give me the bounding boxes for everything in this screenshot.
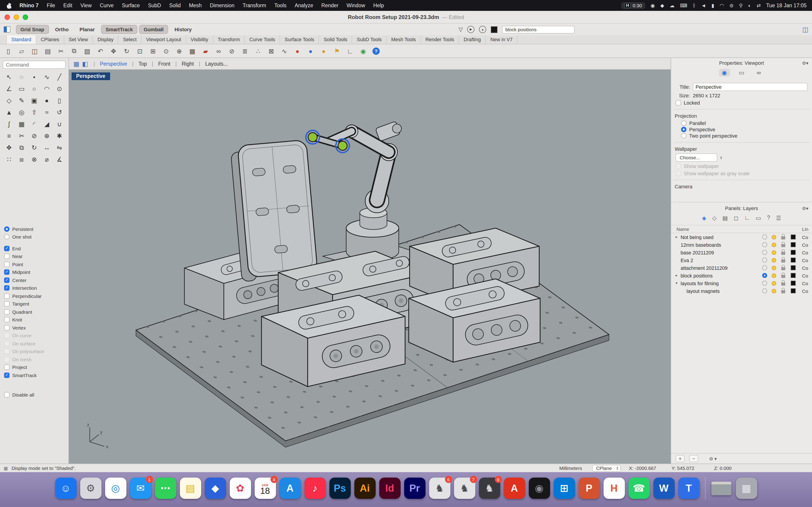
split-tool[interactable]: ⊘ xyxy=(28,131,41,140)
osnap-project[interactable]: Project xyxy=(4,363,68,371)
visibility-bulb-icon[interactable] xyxy=(772,289,776,293)
osnap-mode-one-shot[interactable]: One shot xyxy=(4,233,68,241)
ellipse-tool[interactable]: ⊙ xyxy=(53,84,66,93)
block-search-input[interactable] xyxy=(502,25,574,33)
settings-panel-icon[interactable]: ☰ xyxy=(776,215,781,221)
close-button[interactable] xyxy=(5,14,10,20)
visibility-bulb-icon[interactable] xyxy=(772,235,776,239)
layer-linetype[interactable]: Co xyxy=(802,242,812,247)
layer-linetype[interactable]: Co xyxy=(802,273,812,278)
render-gold-sphere-icon[interactable]: ● xyxy=(318,46,329,56)
layer-color-swatch[interactable] xyxy=(791,288,796,293)
viewport-title-overlay[interactable]: Perspective xyxy=(71,72,110,80)
dock-trash[interactable]: ▦ xyxy=(735,477,757,499)
expander-icon[interactable]: ▸ xyxy=(676,235,680,239)
layer-linetype[interactable]: Co xyxy=(802,234,812,240)
flag-icon[interactable]: ⚑ xyxy=(331,46,343,56)
dock-windows[interactable]: ⊞ xyxy=(554,477,575,499)
group-tool[interactable]: ⧈ xyxy=(15,155,28,164)
save-icon[interactable]: ◫ xyxy=(29,46,40,56)
menu-solid[interactable]: Solid xyxy=(165,3,185,8)
menu-subd[interactable]: SubD xyxy=(144,3,165,8)
dock-rhino-b[interactable]: ♞7 xyxy=(454,477,475,499)
minimize-button[interactable] xyxy=(14,14,19,20)
curve-tools-icon[interactable]: ∿ xyxy=(279,46,290,56)
dock-mail[interactable]: ✉1 xyxy=(130,477,151,499)
analyze-tool[interactable]: ∡ xyxy=(53,155,66,164)
filter-icon[interactable]: ▽ xyxy=(459,26,463,33)
dock-notes[interactable]: ▤ xyxy=(180,477,201,499)
revolve-tool[interactable]: ↺ xyxy=(53,108,66,117)
osnap-tangent[interactable]: Tangent xyxy=(4,300,68,308)
menu-surface[interactable]: Surface xyxy=(118,3,144,8)
hide-tool[interactable]: ⊗ xyxy=(28,155,41,164)
active-document-icon[interactable] xyxy=(4,26,10,33)
dock-app-store[interactable]: A xyxy=(280,477,301,499)
osnap-on-surface[interactable]: On surface xyxy=(4,340,68,347)
torus-tool[interactable]: ◎ xyxy=(15,108,28,117)
dock-photos[interactable]: ✿ xyxy=(230,477,251,499)
display-mode-icon[interactable]: ∞ xyxy=(213,46,224,56)
layer-row-12mm-baseboards[interactable]: 12mm baseboardsCo xyxy=(671,241,812,248)
wallpaper-choose-button[interactable]: Choose... xyxy=(676,154,717,162)
tab-visibility[interactable]: Visibility xyxy=(186,35,213,44)
explode-tool[interactable]: ✱ xyxy=(53,131,66,140)
tab-subd-tools[interactable]: SubD Tools xyxy=(352,35,387,44)
block-panel-icon[interactable]: ◻ xyxy=(733,215,739,221)
cylinder-tool[interactable]: ▯ xyxy=(53,96,66,105)
layer-color-swatch[interactable] xyxy=(791,265,796,270)
tab-cplanes[interactable]: CPlanes xyxy=(36,35,64,44)
menu-tools[interactable]: Tools xyxy=(270,3,291,8)
scale-tool[interactable]: ↔ xyxy=(41,143,53,152)
input-switch-icon[interactable]: ⇄ xyxy=(757,2,761,8)
projection-parallel[interactable]: Parallel xyxy=(681,120,807,126)
osnap-end[interactable]: End xyxy=(4,244,68,252)
new-file-icon[interactable]: ▯ xyxy=(3,46,14,56)
show-wallpaper-checkbox[interactable] xyxy=(676,163,681,169)
tab-viewport-layout[interactable]: Viewport Layout xyxy=(142,35,186,44)
earth-icon[interactable]: ◉ xyxy=(358,46,369,56)
fillet-tool[interactable]: ◜ xyxy=(28,119,41,128)
osnap-quadrant[interactable]: Quadrant xyxy=(4,308,68,316)
sketch-tool[interactable]: ✎ xyxy=(15,96,28,105)
dock-premiere[interactable]: Pr xyxy=(404,477,425,499)
visibility-bulb-icon[interactable] xyxy=(772,281,776,285)
select-tool[interactable]: ↖ xyxy=(3,72,15,81)
layer-color-swatch[interactable] xyxy=(791,234,796,239)
lock-icon[interactable] xyxy=(781,290,785,293)
lock-icon[interactable] xyxy=(781,267,785,270)
viewport-canvas[interactable]: Perspective xyxy=(69,70,671,463)
tab-transform[interactable]: Transform xyxy=(213,35,245,44)
osnap-point[interactable]: Point xyxy=(4,260,68,268)
rotate-tool[interactable]: ↻ xyxy=(28,143,41,152)
lock-icon[interactable] xyxy=(781,282,785,285)
viewport-maximize-icon[interactable]: ◧ xyxy=(82,60,88,67)
visibility-bulb-icon[interactable] xyxy=(772,250,776,255)
dock-teams[interactable]: T xyxy=(678,477,699,499)
osnap-on-curve[interactable]: On curve xyxy=(4,332,68,340)
tab-surface-tools[interactable]: Surface Tools xyxy=(280,35,319,44)
dock-finder[interactable]: ☺ xyxy=(55,477,77,499)
cloud-icon[interactable]: ☁ xyxy=(669,2,674,8)
cut-icon[interactable]: ✂ xyxy=(55,46,67,56)
osnap-knot[interactable]: Knot xyxy=(4,316,68,324)
viewport-tab-top[interactable]: Top xyxy=(137,61,148,66)
current-layer-indicator[interactable] xyxy=(762,288,767,293)
layer-row-block-positions[interactable]: ▸block positionsCo xyxy=(671,272,812,279)
menu-render[interactable]: Render xyxy=(317,3,342,8)
offset-tool[interactable]: ≡ xyxy=(3,131,15,140)
viewport-link-tab[interactable]: ∞ xyxy=(753,69,764,76)
help-icon[interactable]: ? xyxy=(372,47,380,55)
menu-window[interactable]: Window xyxy=(343,3,369,8)
spotlight-icon[interactable]: ⚲ xyxy=(739,2,743,8)
chamfer-tool[interactable]: ◢ xyxy=(41,119,53,128)
zoom-window-icon[interactable]: ⊡ xyxy=(134,46,145,56)
visibility-bulb-icon[interactable] xyxy=(772,273,776,278)
join-tool[interactable]: ⊕ xyxy=(41,131,53,140)
planar-toggle[interactable]: Planar xyxy=(75,25,99,34)
add-layer-button[interactable]: + xyxy=(676,455,685,462)
layer-row-base-20211209[interactable]: base 20211209Co xyxy=(671,248,812,256)
dock-blue-app[interactable]: ◆ xyxy=(205,477,226,499)
lock-icon[interactable] xyxy=(781,259,785,262)
cone-tool[interactable]: ▲ xyxy=(3,108,15,117)
